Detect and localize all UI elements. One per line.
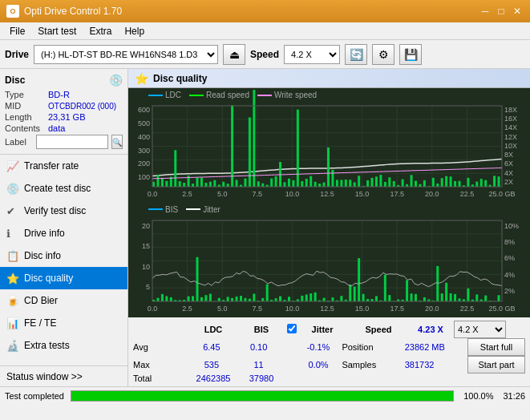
- jitter-max: 0.0%: [295, 360, 342, 370]
- bottom-chart: BIS Jitter: [128, 203, 530, 317]
- settings-button[interactable]: ⚙: [372, 44, 394, 65]
- verify-test-disc-icon: ✔: [6, 205, 19, 217]
- sidebar-item-extra-tests[interactable]: 🔬 Extra tests: [0, 334, 127, 357]
- status-bar: Test completed 100.0% 31:26: [0, 386, 530, 404]
- sidebar-item-fe-te[interactable]: 📊 FE / TE: [0, 312, 127, 334]
- disc-mid-label: MID: [5, 101, 48, 111]
- extra-tests-icon: 🔬: [6, 340, 19, 352]
- speed-header: Speed: [346, 325, 411, 334]
- jitter-avg: -0.1%: [295, 342, 342, 352]
- content-header-icon: ⭐: [135, 72, 148, 85]
- progress-bar-fill: [71, 391, 453, 401]
- position-label: Position: [342, 342, 404, 352]
- sidebar: Disc 💿 Type BD-R MID OTCBDR002 (000) Len…: [0, 69, 128, 386]
- bis-avg: 0.10: [235, 342, 282, 352]
- jitter-legend: Jitter: [186, 205, 220, 214]
- menu-help[interactable]: Help: [118, 24, 151, 38]
- write-speed-legend: Write speed: [257, 91, 317, 99]
- write-speed-legend-label: Write speed: [274, 91, 317, 99]
- samples-val: 381732: [405, 360, 467, 370]
- stats-panel: LDC BIS Jitter Speed 4.23 X 4.2 X Avg 6.…: [128, 317, 530, 386]
- eject-button[interactable]: ⏏: [223, 44, 245, 65]
- disc-length-label: Length: [5, 112, 48, 122]
- minimize-button[interactable]: ─: [479, 5, 492, 18]
- app-icon: O: [6, 5, 19, 18]
- jitter-checkbox[interactable]: [287, 324, 297, 333]
- sidebar-item-create-test-disc[interactable]: 💿 Create test disc: [0, 177, 127, 200]
- sidebar-item-disc-quality-label: Disc quality: [24, 273, 73, 284]
- create-test-disc-icon: 💿: [6, 183, 19, 195]
- disc-label-label: Label: [5, 137, 33, 147]
- toolbar: Drive (H:) HL-DT-ST BD-RE WH16NS48 1.D3 …: [0, 40, 530, 69]
- refresh-button[interactable]: 🔄: [345, 44, 367, 65]
- transfer-rate-icon: 📈: [6, 160, 19, 172]
- bis-legend: BIS: [148, 205, 178, 214]
- disc-label-search-button[interactable]: 🔍: [111, 135, 123, 149]
- menu-start-test[interactable]: Start test: [31, 24, 83, 38]
- ldc-legend-label: LDC: [165, 91, 181, 99]
- sidebar-item-fe-te-label: FE / TE: [24, 317, 56, 329]
- disc-type-label: Type: [5, 90, 48, 99]
- sidebar-item-disc-info[interactable]: 📋 Disc info: [0, 244, 127, 267]
- content-header: ⭐ Disc quality: [128, 69, 530, 88]
- time-text: 31:26: [503, 391, 525, 401]
- sidebar-item-transfer-rate-label: Transfer rate: [24, 160, 79, 172]
- read-speed-legend: Read speed: [189, 91, 249, 99]
- ldc-header: LDC: [189, 325, 237, 334]
- disc-mid-value: OTCBDR002 (000): [48, 102, 116, 111]
- bis-legend-label: BIS: [165, 205, 178, 214]
- disc-quality-icon: ⭐: [6, 273, 19, 285]
- ldc-avg: 6.45: [188, 342, 236, 352]
- maximize-button[interactable]: □: [495, 5, 508, 18]
- sidebar-item-verify-test-disc-label: Verify test disc: [24, 205, 86, 216]
- disc-label-input[interactable]: [36, 135, 108, 149]
- drive-select[interactable]: (H:) HL-DT-ST BD-RE WH16NS48 1.D3: [34, 45, 218, 64]
- speed-select[interactable]: 4.2 X: [284, 45, 340, 64]
- sidebar-item-drive-info-label: Drive info: [24, 228, 65, 239]
- cd-bier-icon: 🍺: [6, 295, 19, 307]
- top-chart: LDC Read speed Write speed: [128, 88, 530, 203]
- disc-type-value: BD-R: [48, 90, 70, 99]
- jitter-header: Jitter: [298, 325, 346, 334]
- disc-length-value: 23,31 GB: [48, 112, 85, 122]
- ldc-legend: LDC: [148, 91, 181, 99]
- save-button[interactable]: 💾: [399, 44, 422, 65]
- sidebar-item-disc-quality[interactable]: ⭐ Disc quality: [0, 267, 127, 289]
- menu-extra[interactable]: Extra: [83, 24, 118, 38]
- status-window-button[interactable]: Status window >>: [0, 365, 127, 386]
- drive-info-icon: ℹ: [6, 228, 19, 240]
- drive-label: Drive: [5, 49, 29, 60]
- total-label: Total: [133, 374, 189, 383]
- speed-label: Speed: [250, 49, 279, 60]
- app-title: Opti Drive Control 1.70: [24, 6, 122, 17]
- sidebar-menu: 📈 Transfer rate 💿 Create test disc ✔ Ver…: [0, 155, 127, 365]
- position-val: 23862 MB: [405, 342, 467, 352]
- sidebar-item-disc-info-label: Disc info: [24, 250, 61, 261]
- status-window-label: Status window >>: [6, 371, 83, 382]
- sidebar-item-create-test-disc-label: Create test disc: [24, 183, 91, 194]
- content-area: ⭐ Disc quality LDC Read speed: [128, 69, 530, 386]
- disc-section-title: Disc: [5, 75, 25, 86]
- disc-panel: Disc 💿 Type BD-R MID OTCBDR002 (000) Len…: [0, 69, 127, 155]
- sidebar-item-cd-bier-label: CD Bier: [24, 295, 58, 306]
- sidebar-item-verify-test-disc[interactable]: ✔ Verify test disc: [0, 200, 127, 222]
- status-text: Test completed: [5, 391, 64, 401]
- sidebar-item-cd-bier[interactable]: 🍺 CD Bier: [0, 289, 127, 312]
- avg-label: Avg: [133, 342, 188, 352]
- close-button[interactable]: ✕: [511, 5, 524, 18]
- disc-contents-label: Contents: [5, 123, 48, 133]
- progress-text: 100.0%: [463, 391, 493, 401]
- sidebar-item-drive-info[interactable]: ℹ Drive info: [0, 222, 127, 244]
- read-speed-legend-label: Read speed: [206, 91, 249, 99]
- content-title: Disc quality: [153, 73, 207, 84]
- title-bar: O Opti Drive Control 1.70 ─ □ ✕: [0, 0, 530, 22]
- menu-bar: File Start test Extra Help: [0, 22, 530, 40]
- fe-te-icon: 📊: [6, 317, 19, 329]
- sidebar-item-transfer-rate[interactable]: 📈 Transfer rate: [0, 155, 127, 177]
- start-part-button[interactable]: Start part: [467, 356, 525, 374]
- max-label: Max: [133, 360, 188, 370]
- menu-file[interactable]: File: [3, 24, 31, 38]
- start-full-button[interactable]: Start full: [467, 338, 525, 356]
- ldc-total: 2462385: [189, 374, 237, 383]
- speed-select-stat[interactable]: 4.2 X: [454, 321, 506, 338]
